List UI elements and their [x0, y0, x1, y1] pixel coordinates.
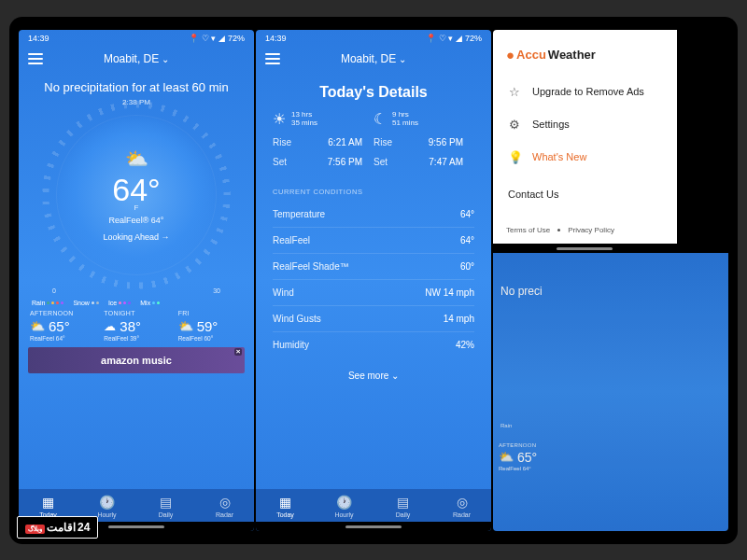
- sun-col: ☀13 hrs35 mins Rise6:21 AM Set7:56 PM: [273, 110, 374, 167]
- screen-details: 14:39 📍 ♡ ▾ ◢ 72% Moabit, DE Today's Det…: [256, 30, 491, 531]
- conditions-list: Temperature64° RealFeel64° RealFeel Shad…: [256, 202, 491, 357]
- screen-drawer: ●AccuWeather ☆Upgrade to Remove Ads ⚙Set…: [493, 30, 728, 531]
- weather-icon: ⛅: [30, 319, 45, 333]
- see-more-button[interactable]: See more: [256, 357, 491, 390]
- sun-moon-panel: ☀13 hrs35 mins Rise6:21 AM Set7:56 PM ☾9…: [256, 110, 491, 176]
- radial-dial: ⛅ 64° F RealFeel® 64° Looking Ahead: [57, 116, 216, 274]
- tab-daily[interactable]: ▤Daily: [374, 495, 432, 518]
- realfeel: RealFeel® 64°: [109, 216, 164, 225]
- moon-col: ☾9 hrs51 mins Rise9:56 PM Set7:47 AM: [374, 110, 474, 167]
- temperature: 64°: [112, 174, 160, 205]
- tab-hourly[interactable]: 🕐Hourly: [315, 495, 374, 518]
- tab-today[interactable]: ▦Today: [19, 495, 78, 518]
- looking-ahead-link[interactable]: Looking Ahead: [103, 232, 169, 242]
- condition-row: Wind Gusts14 mph: [273, 306, 474, 332]
- condition-row: WindNW 14 mph: [273, 280, 474, 306]
- status-time: 14:39: [28, 34, 49, 43]
- tab-radar[interactable]: ◎Radar: [432, 495, 491, 518]
- status-icons: 📍 ♡ ▾ ◢ 72%: [189, 34, 245, 43]
- header: Moabit, DE: [19, 47, 254, 71]
- nav-drawer: ●AccuWeather ☆Upgrade to Remove Ads ⚙Set…: [493, 30, 677, 253]
- forecast-card: TONIGHT☁38°RealFeel 39°: [102, 310, 170, 342]
- watermark: وبلاگاقامت24: [17, 516, 98, 539]
- condition-row: RealFeel64°: [273, 228, 474, 254]
- star-icon: ☆: [508, 85, 521, 99]
- menu-upgrade[interactable]: ☆Upgrade to Remove Ads: [493, 76, 677, 108]
- android-navbar[interactable]: [256, 522, 491, 531]
- condition-row: Humidity42%: [273, 332, 474, 357]
- drawer-backdrop[interactable]: No preci Rain AFTERNOON ⛅65° RealFeel 64…: [493, 253, 728, 531]
- menu-icon[interactable]: [265, 50, 280, 67]
- bulb-icon: 💡: [508, 150, 521, 164]
- brand-logo: ●AccuWeather: [493, 39, 677, 76]
- drawer-footer: Terms of Use Privacy Policy: [493, 215, 677, 244]
- weather-icon: ☁: [104, 319, 116, 333]
- tab-hourly[interactable]: 🕐Hourly: [78, 495, 136, 518]
- bd-legend: Rain: [493, 423, 519, 428]
- sun-icon: ☀: [273, 110, 286, 128]
- hero: ⛅ 64° F RealFeel® 64° Looking Ahead: [19, 116, 254, 274]
- condition-row: RealFeel Shade™60°: [273, 254, 474, 280]
- forecast-card: AFTERNOON⛅65°RealFeel 64°: [28, 310, 96, 342]
- bd-forecast: AFTERNOON ⛅65° RealFeel 64°: [499, 442, 537, 471]
- precip-headline: No precipitation for at least 60 min: [26, 80, 247, 94]
- weather-icon: ⛅: [125, 147, 148, 170]
- drawer-menu: ☆Upgrade to Remove Ads ⚙Settings 💡What's…: [493, 76, 677, 174]
- forecast-strip[interactable]: AFTERNOON⛅65°RealFeel 64° TONIGHT☁38°Rea…: [19, 308, 254, 347]
- tab-today[interactable]: ▦Today: [256, 495, 315, 518]
- gear-icon: ⚙: [508, 118, 521, 132]
- axis: 030: [19, 287, 254, 294]
- bd-headline: No preci: [493, 253, 728, 298]
- menu-contact[interactable]: Contact Us: [493, 174, 677, 215]
- moon-icon: ☾: [374, 110, 387, 128]
- details-title: Today's Details: [256, 84, 491, 101]
- tab-radar[interactable]: ◎Radar: [195, 495, 254, 518]
- tab-daily[interactable]: ▤Daily: [136, 495, 195, 518]
- status-bar: 14:39 📍 ♡ ▾ ◢ 72%: [256, 30, 491, 47]
- location-picker[interactable]: Moabit, DE: [104, 52, 169, 65]
- menu-icon[interactable]: [28, 50, 43, 67]
- header: Moabit, DE: [256, 47, 491, 71]
- terms-link[interactable]: Terms of Use: [506, 226, 550, 234]
- section-label: CURRENT CONDITIONS: [256, 176, 491, 202]
- menu-whatsnew[interactable]: 💡What's New: [493, 141, 677, 174]
- temp-unit: F: [134, 203, 139, 212]
- forecast-card: FRI⛅59°RealFeel 60°: [176, 310, 245, 342]
- screen-home: 14:39 📍 ♡ ▾ ◢ 72% Moabit, DE No precipit…: [19, 30, 254, 531]
- bottom-tabs: ▦Today 🕐Hourly ▤Daily ◎Radar: [256, 489, 491, 522]
- ad-banner[interactable]: amazon music: [28, 347, 245, 373]
- precip-legend: Rain Snow Ice Mix: [19, 294, 254, 308]
- android-navbar[interactable]: [493, 244, 677, 253]
- menu-settings[interactable]: ⚙Settings: [493, 108, 677, 141]
- condition-row: Temperature64°: [273, 202, 474, 228]
- status-bar: 14:39 📍 ♡ ▾ ◢ 72%: [19, 30, 254, 47]
- privacy-link[interactable]: Privacy Policy: [568, 226, 614, 234]
- weather-icon: ⛅: [178, 319, 193, 333]
- location-picker[interactable]: Moabit, DE: [341, 52, 406, 65]
